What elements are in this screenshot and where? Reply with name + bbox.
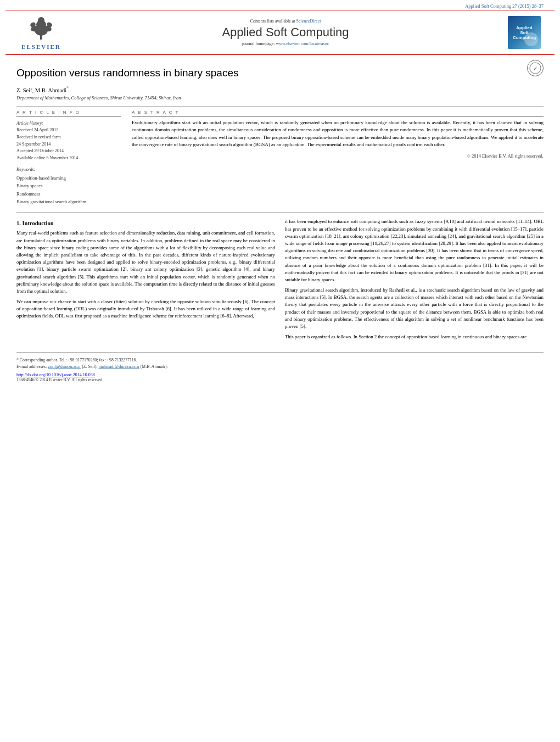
journal-header: ELSEVIER Contents lists available at Sci… (5, 10, 555, 55)
article-title: Opposition versus randomness in binary s… (16, 67, 527, 79)
contents-link: Contents lists available at ScienceDirec… (71, 19, 500, 24)
body-left-col: 1. Introduction Many real-world problems… (16, 218, 275, 344)
elsevier-tree-icon (25, 15, 58, 42)
author-names: Z. Seif, M.B. Ahmadi (16, 87, 66, 93)
elsevier-wordmark: ELSEVIER (21, 43, 61, 50)
corresponding-author-mark: * (66, 86, 69, 91)
article-info-label: A R T I C L E I N F O (16, 110, 121, 117)
keyword-2: Binary spaces (16, 182, 121, 189)
journal-title: Applied Soft Computing (71, 25, 500, 40)
keywords-list: Opposition-based learning Binary spaces … (16, 174, 121, 206)
keywords-label: Keywords: (16, 166, 121, 173)
footer-section: * Corresponding author. Tel.: +98 917717… (16, 352, 544, 382)
article-info-abstract: A R T I C L E I N F O Article history: R… (16, 110, 544, 206)
section1-heading: 1. Introduction (16, 220, 275, 226)
abstract-col: A B S T R A C T Evolutionary algorithms … (132, 110, 544, 206)
article-history-label: Article history: (16, 120, 121, 127)
body-para-4: Binary gravitational search algorithm, i… (285, 287, 544, 330)
journal-logo-box: Applied Soft Computing (505, 16, 544, 49)
email1-link[interactable]: zseif@shirazu.ac.ir (48, 364, 81, 369)
crossmark-badge: ✓ (527, 60, 544, 76)
article-info-col: A R T I C L E I N F O Article history: R… (16, 110, 121, 206)
body-para-3: it has been employed to enhance soft com… (285, 218, 544, 283)
journal-header-center: Contents lists available at ScienceDirec… (66, 14, 505, 51)
body-para-2: We can improve our chance to start with … (16, 298, 275, 320)
authors-line: Z. Seif, M.B. Ahmadi* (16, 86, 544, 93)
journal-logo: Applied Soft Computing (508, 16, 541, 49)
available-date: Available online 6 November 2014 (16, 155, 121, 162)
body-para-1: Many real-world problems such as feature… (16, 230, 275, 295)
sciencedirect-link[interactable]: ScienceDirect (296, 19, 321, 24)
footnote-corresponding: * Corresponding author. Tel.: +98 917717… (16, 357, 544, 364)
abstract-label: A B S T R A C T (132, 110, 544, 117)
page-wrapper: Applied Soft Computing 27 (2015) 28–37 E… (0, 0, 560, 742)
keyword-1: Opposition-based learning (16, 174, 121, 182)
crossmark-icon: ✓ (527, 60, 544, 76)
abstract-text: Evolutionary algorithms start with an in… (132, 119, 544, 149)
issn-line: 1568-4946/© 2014 Elsevier B.V. All right… (16, 377, 544, 382)
journal-homepage-link[interactable]: www.elsevier.com/locate/asoc (276, 41, 329, 46)
revised-label: Received in revised form (16, 134, 121, 141)
email2-link[interactable]: mahmadi@shirazu.ac.ir (98, 364, 139, 369)
svg-text:✓: ✓ (533, 65, 537, 71)
journal-reference: Applied Soft Computing 27 (2015) 28–37 (465, 3, 544, 9)
doi-link: http://dx.doi.org/10.1016/j.asoc.2014.10… (16, 372, 544, 377)
svg-point-3 (38, 17, 44, 24)
body-right-col: it has been employed to enhance soft com… (285, 218, 544, 344)
journal-homepage: journal homepage: www.elsevier.com/locat… (71, 41, 500, 46)
footnote-email: E-mail addresses: zseif@shirazu.ac.ir (Z… (16, 364, 544, 370)
received-date: Received 24 April 2012 (16, 127, 121, 134)
keyword-4: Binary gravitational search algorithm (16, 198, 121, 205)
doi-url[interactable]: http://dx.doi.org/10.1016/j.asoc.2014.10… (16, 372, 95, 377)
article-info-content: Article history: Received 24 April 2012 … (16, 120, 121, 206)
body-divider (16, 212, 544, 213)
elsevier-logo: ELSEVIER (16, 10, 66, 54)
header-divider (16, 106, 544, 107)
copyright-line: © 2014 Elsevier B.V. All rights reserved… (132, 153, 544, 159)
journal-reference-bar: Applied Soft Computing 27 (2015) 28–37 (0, 0, 560, 10)
body-para-5: This paper is organized as follows. In S… (285, 333, 544, 341)
revised-date: 24 September 2014 (16, 141, 121, 148)
affiliation: Department of Mathematics, College of Sc… (16, 95, 544, 101)
accepted-date: Accepted 29 October 2014 (16, 148, 121, 155)
main-content: Opposition versus randomness in binary s… (0, 63, 560, 382)
body-two-col: 1. Introduction Many real-world problems… (16, 218, 544, 344)
keyword-3: Randomness (16, 190, 121, 198)
